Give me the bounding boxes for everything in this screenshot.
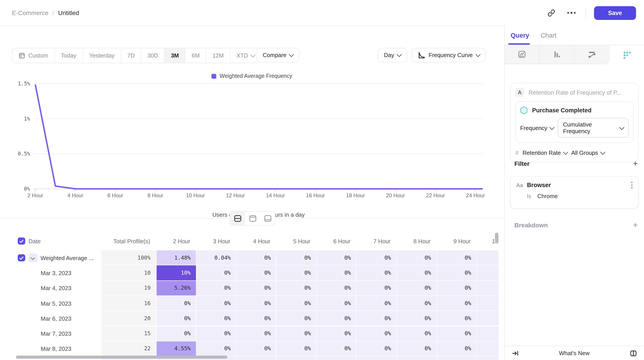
value-cell[interactable]: 0% [316, 296, 356, 311]
chart-only-toggle[interactable] [245, 212, 260, 225]
more-options-button[interactable] [565, 7, 578, 19]
range-button-12m[interactable]: 12M [206, 48, 230, 63]
value-cell[interactable]: 0% [436, 296, 476, 311]
value-cell[interactable]: 0% [276, 266, 316, 281]
breadcrumb-report-title[interactable]: Untitled [58, 9, 79, 16]
filter-property-name[interactable]: Browser [527, 182, 627, 188]
value-cell[interactable]: 0% [316, 342, 356, 357]
filter-value[interactable]: Chrome [537, 193, 558, 200]
query-step-header[interactable]: A Retention Rate of Frequency of P... [515, 88, 634, 97]
value-cell[interactable]: 0% [436, 342, 476, 357]
value-cell[interactable] [476, 326, 499, 342]
value-cell[interactable]: 0% [436, 326, 476, 342]
value-cell[interactable]: 0.04% [196, 250, 236, 266]
value-cell[interactable]: 0% [356, 296, 396, 311]
value-cell[interactable] [436, 356, 476, 360]
value-cell[interactable]: 0% [196, 266, 236, 281]
value-cell[interactable] [476, 311, 499, 326]
event-row[interactable]: Purchase Completed [520, 106, 628, 114]
value-cell[interactable]: 0% [436, 250, 476, 266]
range-button-today[interactable]: Today [54, 48, 82, 63]
value-cell[interactable]: 0% [316, 250, 356, 266]
value-cell[interactable]: 0% [436, 266, 476, 281]
value-cell[interactable]: 0% [196, 296, 236, 311]
value-cell[interactable] [356, 356, 396, 360]
filter-kebab-menu[interactable] [631, 182, 632, 188]
value-cell[interactable] [276, 356, 316, 360]
value-cell[interactable]: 0% [236, 280, 276, 296]
value-cell[interactable] [476, 296, 499, 311]
value-cell[interactable]: 0% [356, 326, 396, 342]
select-all-checkbox[interactable] [18, 238, 25, 245]
value-cell[interactable]: 0% [396, 250, 436, 266]
value-cell[interactable]: 0% [356, 250, 396, 266]
value-cell[interactable] [476, 266, 499, 281]
value-cell[interactable]: 0% [156, 296, 196, 311]
aggregation-dropdown[interactable]: Retention Rate [522, 149, 567, 156]
expand-row-button[interactable] [28, 254, 38, 262]
value-cell[interactable]: 0% [396, 266, 436, 281]
value-cell[interactable] [396, 356, 436, 360]
range-button-7d[interactable]: 7D [121, 48, 141, 63]
value-cell[interactable]: 0% [236, 342, 276, 357]
toggle-panel-button[interactable] [628, 348, 638, 358]
range-button-xtd[interactable]: XTD [230, 48, 261, 63]
value-cell[interactable]: 0% [436, 311, 476, 326]
row-checkbox[interactable] [18, 254, 25, 262]
value-cell[interactable]: 10% [156, 266, 196, 281]
range-button-yesterday[interactable]: Yesterday [82, 48, 121, 63]
value-cell[interactable] [476, 356, 499, 360]
range-button-6m[interactable]: 6M [185, 48, 206, 63]
viz-tab-bar-chart[interactable] [540, 45, 575, 64]
range-button-custom[interactable]: Custom [12, 48, 54, 63]
tab-chart[interactable]: Chart [541, 32, 556, 39]
whats-new-link[interactable]: What's New [559, 350, 590, 356]
value-cell[interactable]: 0% [356, 311, 396, 326]
horizontal-scrollbar[interactable] [16, 356, 227, 359]
value-cell[interactable]: 0% [196, 326, 236, 342]
value-cell[interactable]: 0% [196, 342, 236, 357]
value-cell[interactable]: 0% [316, 326, 356, 342]
value-cell[interactable] [476, 280, 499, 296]
value-cell[interactable]: 0% [156, 311, 196, 326]
value-cell[interactable]: 5.26% [156, 280, 196, 296]
value-cell[interactable]: 0% [156, 326, 196, 342]
viz-tab-line-chart[interactable] [504, 45, 540, 64]
value-cell[interactable]: 0% [396, 342, 436, 357]
tab-query[interactable]: Query [511, 32, 529, 39]
viz-tab-flow[interactable] [575, 45, 610, 64]
value-cell[interactable]: 0% [276, 311, 316, 326]
measure-value-select[interactable]: Cumulative Frequency [558, 118, 628, 138]
value-cell[interactable] [316, 356, 356, 360]
value-cell[interactable]: 0% [196, 311, 236, 326]
save-button[interactable]: Save [594, 6, 636, 20]
table-only-toggle[interactable] [260, 212, 275, 225]
value-cell[interactable]: 0% [436, 280, 476, 296]
value-cell[interactable]: 0% [316, 280, 356, 296]
value-cell[interactable]: 0% [396, 326, 436, 342]
value-cell[interactable]: 0% [276, 296, 316, 311]
add-breakdown-button[interactable]: + [633, 221, 638, 229]
filter-operator[interactable]: Is [527, 193, 531, 199]
range-button-3m[interactable]: 3M [164, 48, 185, 63]
value-cell[interactable]: 0% [316, 311, 356, 326]
value-cell[interactable]: 0% [396, 280, 436, 296]
compare-button[interactable]: Compare [256, 48, 300, 62]
vertical-scrollbar[interactable] [495, 233, 498, 242]
value-cell[interactable] [236, 356, 276, 360]
value-cell[interactable]: 0% [236, 250, 276, 266]
value-cell[interactable]: 0% [356, 266, 396, 281]
value-cell[interactable]: 0% [196, 280, 236, 296]
value-cell[interactable]: 0% [396, 296, 436, 311]
value-cell[interactable]: 0% [276, 280, 316, 296]
copy-link-button[interactable] [545, 7, 557, 19]
value-cell[interactable]: 0% [356, 342, 396, 357]
granularity-dropdown[interactable]: Day [378, 48, 407, 62]
value-cell[interactable]: 0% [356, 280, 396, 296]
collapse-panel-button[interactable] [510, 348, 520, 358]
value-cell[interactable]: 0% [236, 296, 276, 311]
value-cell[interactable]: 0% [276, 326, 316, 342]
split-view-toggle[interactable] [230, 212, 245, 225]
group-dropdown[interactable]: All Groups [571, 149, 604, 156]
add-filter-button[interactable]: + [633, 159, 638, 168]
